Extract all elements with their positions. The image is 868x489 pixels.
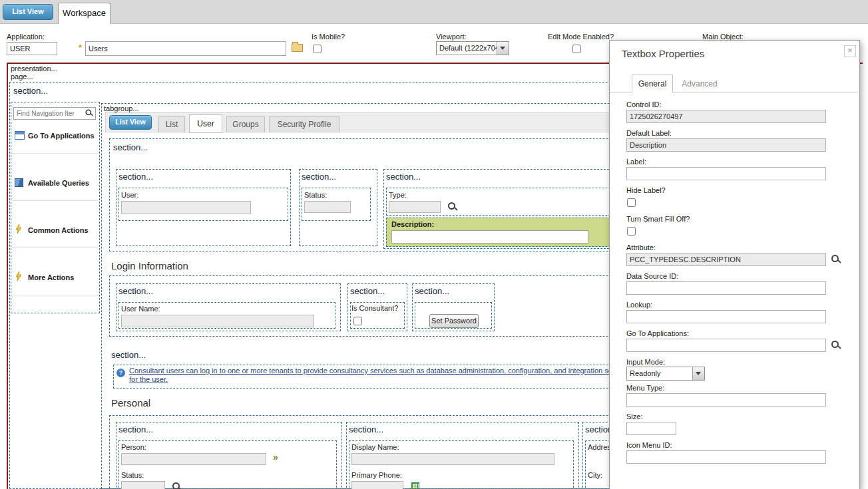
person-input[interactable]	[121, 453, 266, 465]
tabgroup-label[interactable]: tabgroup...	[104, 104, 139, 112]
hide-label-label: Hide Label?	[626, 186, 666, 194]
go-to-applications-input[interactable]	[626, 339, 826, 352]
top-bar	[0, 0, 868, 24]
nav-item-go-to-applications[interactable]: Go To Applications	[28, 132, 95, 140]
tab-groups[interactable]: Groups	[226, 116, 265, 132]
required-marker: *	[79, 43, 82, 53]
menu-type-label: Menu Type:	[626, 384, 664, 392]
user-input[interactable]	[121, 201, 251, 214]
tab-list[interactable]: List	[158, 116, 185, 132]
tab-workspace[interactable]: Workspace	[58, 3, 110, 24]
control-id-input[interactable]	[626, 110, 826, 123]
size-label: Size:	[626, 412, 642, 420]
label-input[interactable]	[626, 167, 826, 180]
is-mobile-checkbox[interactable]	[313, 45, 322, 53]
data-source-id-label: Data Source ID:	[626, 272, 678, 280]
input-mode-select[interactable]: Readonly	[626, 367, 705, 381]
page-label[interactable]: page...	[11, 73, 33, 81]
applications-icon	[15, 131, 25, 140]
input-mode-value: Readonly	[630, 369, 660, 377]
user-name-field-label: User Name:	[121, 305, 160, 313]
consultant-note-line2[interactable]: for the user.	[129, 375, 168, 383]
person-status-label: Status:	[121, 471, 144, 479]
primary-phone-label: Primary Phone:	[351, 471, 402, 479]
nav-item-common-actions[interactable]: Common Actions	[28, 226, 89, 234]
tab-security-profile[interactable]: Security Profile	[269, 116, 339, 132]
type-input[interactable]	[389, 201, 441, 213]
section-label[interactable]: section...	[118, 424, 153, 434]
nav-item-available-queries[interactable]: Available Queries	[28, 179, 89, 187]
viewport-label: Viewport:	[436, 33, 467, 41]
description-field-label: Description:	[391, 220, 434, 228]
tab-user[interactable]: User	[189, 114, 222, 133]
status-input[interactable]	[304, 201, 351, 213]
person-expand-icon[interactable]: »	[273, 452, 278, 462]
close-icon[interactable]: ×	[844, 45, 856, 57]
nav-separator	[12, 200, 99, 201]
list-view-pill-button[interactable]: List View	[109, 115, 152, 130]
list-view-top-button[interactable]: List View	[3, 4, 53, 20]
section-label[interactable]: section...	[386, 172, 421, 182]
help-icon[interactable]: ?	[116, 369, 125, 377]
textbox-properties-dialog: Textbox Properties × General Advanced Co…	[609, 40, 860, 489]
application-label: Application:	[7, 33, 45, 41]
person-field-label: Person:	[121, 443, 146, 451]
lightning-icon	[15, 224, 23, 235]
nav-search-input[interactable]	[13, 107, 96, 120]
section-label[interactable]: section...	[113, 142, 148, 152]
open-folder-icon[interactable]	[292, 44, 303, 52]
tab-general[interactable]: General	[632, 75, 673, 92]
default-label-input[interactable]	[626, 138, 826, 152]
section-label[interactable]: section...	[350, 286, 385, 296]
smart-fill-label: Turn Smart Fill Off?	[626, 215, 690, 223]
label-label: Label:	[626, 158, 646, 166]
set-password-button[interactable]: Set Password	[429, 314, 479, 328]
icon-menu-id-input[interactable]	[626, 450, 826, 464]
viewport-select[interactable]: Default (1222x704)	[436, 41, 509, 55]
type-lookup-icon[interactable]	[447, 202, 458, 212]
user-name-input[interactable]	[121, 315, 314, 327]
search-icon[interactable]	[85, 109, 94, 118]
section-label[interactable]: section...	[349, 424, 383, 434]
chevron-down-icon	[692, 367, 704, 380]
tab-advanced[interactable]: Advanced	[676, 76, 724, 92]
lookup-input[interactable]	[626, 310, 826, 323]
description-input[interactable]	[391, 230, 588, 244]
application-input[interactable]	[7, 42, 57, 55]
page-section-label[interactable]: section...	[13, 86, 48, 96]
is-consultant-label: Is Consultant?	[351, 304, 398, 312]
primary-phone-input[interactable]	[351, 481, 403, 489]
person-status-input[interactable]	[121, 481, 165, 489]
data-source-id-input[interactable]	[626, 281, 826, 295]
hide-label-checkbox[interactable]	[627, 198, 636, 207]
chevron-down-icon	[497, 42, 509, 55]
personal-heading: Personal	[111, 397, 150, 408]
attribute-input[interactable]	[626, 253, 826, 266]
section-label[interactable]: section...	[415, 286, 449, 296]
user-field-label: User:	[121, 191, 138, 199]
icon-menu-id-label: Icon Menu ID:	[626, 441, 672, 449]
workspace-name-input[interactable]	[85, 41, 286, 56]
attribute-lookup-icon[interactable]	[831, 254, 841, 265]
go-to-applications-lookup-icon[interactable]	[831, 340, 841, 351]
display-name-input[interactable]	[351, 453, 554, 465]
consultant-note-line1[interactable]: Consultant users can log in to one or mo…	[129, 367, 612, 375]
section-label[interactable]: section...	[118, 286, 153, 296]
input-mode-label: Input Mode:	[626, 358, 665, 366]
section-label[interactable]: section...	[111, 350, 146, 360]
lookup-label: Lookup:	[626, 301, 652, 309]
nav-item-more-actions[interactable]: More Actions	[28, 273, 74, 281]
size-input[interactable]	[626, 422, 676, 435]
phone-grid-icon[interactable]	[411, 482, 419, 489]
menu-type-input[interactable]	[626, 393, 826, 407]
section-label[interactable]: section...	[302, 172, 336, 182]
section-label[interactable]: section...	[118, 172, 153, 182]
lightning-icon	[15, 271, 23, 282]
presentation-label[interactable]: presentation...	[11, 65, 57, 73]
smart-fill-checkbox[interactable]	[627, 227, 636, 236]
edit-mode-checkbox[interactable]	[572, 45, 581, 53]
attribute-label: Attribute:	[626, 244, 656, 251]
nav-separator	[12, 153, 99, 154]
person-status-lookup-icon[interactable]	[172, 482, 182, 489]
is-consultant-checkbox[interactable]	[353, 317, 362, 325]
